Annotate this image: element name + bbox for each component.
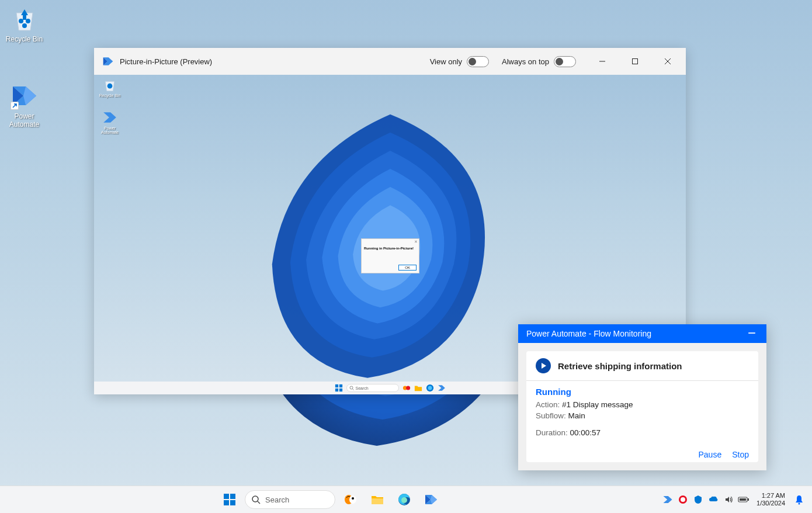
power-automate-logo-icon — [102, 56, 114, 67]
inner-search-label: Search — [356, 386, 369, 390]
stop-button[interactable]: Stop — [732, 450, 749, 459]
taskbar-app-1[interactable] — [339, 488, 362, 511]
view-only-toggle[interactable] — [467, 56, 489, 67]
inner-search-box[interactable]: Search — [346, 384, 399, 392]
svg-rect-8 — [335, 384, 338, 387]
taskbar-edge[interactable] — [393, 488, 416, 511]
play-icon — [536, 358, 551, 373]
maximize-button[interactable] — [622, 48, 648, 75]
action-value: #1 Display message — [562, 400, 633, 409]
svg-point-23 — [252, 496, 258, 502]
svg-rect-19 — [224, 494, 229, 499]
svg-point-1 — [26, 19, 30, 23]
action-label: Action: — [536, 400, 560, 409]
inner-tb-explorer[interactable] — [414, 384, 422, 392]
pip-title: Picture-in-Picture (Preview) — [120, 57, 212, 66]
inner-dialog-close-icon[interactable]: ✕ — [414, 240, 418, 244]
taskbar-search-box[interactable]: Search — [245, 490, 335, 509]
svg-point-7 — [107, 84, 113, 89]
power-automate-icon — [11, 82, 39, 110]
svg-point-17 — [428, 386, 432, 390]
inner-start-icon[interactable] — [335, 384, 343, 392]
inner-dialog-message: Running in Picture-in-Picture! — [362, 245, 419, 252]
start-button[interactable] — [218, 488, 241, 511]
minimize-button[interactable] — [589, 48, 616, 75]
svg-rect-20 — [230, 494, 235, 499]
inner-icon-label: Recycle Bin — [96, 93, 123, 98]
tray-power-automate-icon[interactable] — [661, 488, 675, 511]
svg-rect-34 — [748, 498, 749, 501]
close-button[interactable] — [654, 48, 681, 75]
tray-security-icon[interactable] — [676, 488, 690, 511]
inner-tb-edge[interactable] — [426, 384, 434, 392]
desktop-icon-power-automate[interactable]: Power Automate — [2, 82, 46, 129]
taskbar-date: 1/30/2024 — [757, 500, 785, 507]
svg-rect-22 — [230, 500, 235, 505]
inner-tb-power-automate[interactable] — [438, 384, 446, 392]
svg-rect-21 — [224, 500, 229, 505]
recycle-bin-icon — [11, 5, 39, 33]
duration-label: Duration: — [536, 428, 568, 437]
svg-rect-28 — [372, 498, 383, 504]
tray-volume-icon[interactable] — [721, 488, 735, 511]
svg-point-0 — [19, 19, 23, 23]
taskbar-power-automate[interactable] — [419, 488, 443, 511]
svg-rect-4 — [633, 59, 638, 64]
svg-point-2 — [22, 23, 27, 28]
svg-point-27 — [352, 497, 354, 500]
tray-defender-icon[interactable] — [691, 488, 705, 511]
taskbar-explorer[interactable] — [366, 488, 389, 511]
taskbar: Search 1:27 AM 1/30/2024 — [0, 486, 812, 513]
svg-point-15 — [406, 386, 410, 390]
svg-rect-10 — [335, 389, 338, 391]
power-automate-icon — [102, 110, 117, 125]
svg-line-24 — [258, 501, 260, 504]
view-only-label: View only — [430, 57, 462, 66]
inner-icon-label: Power Automate — [96, 126, 123, 134]
flow-monitor-titlebar[interactable]: Power Automate - Flow Monitoring — [518, 324, 766, 343]
svg-point-36 — [799, 503, 800, 505]
flow-status: Running — [536, 387, 749, 397]
inner-tb-app-1[interactable] — [402, 384, 411, 392]
inner-desktop-icon-power-automate[interactable]: Power Automate — [96, 110, 123, 134]
tray-onedrive-icon[interactable] — [706, 488, 720, 511]
svg-rect-9 — [339, 384, 342, 387]
desktop-icon-recycle-bin[interactable]: Recycle Bin — [2, 5, 46, 43]
svg-rect-35 — [740, 498, 746, 501]
subflow-label: Subflow: — [536, 411, 566, 420]
inner-dialog-ok-button[interactable]: OK — [398, 265, 417, 271]
svg-point-12 — [350, 386, 353, 389]
search-icon — [251, 495, 261, 504]
taskbar-clock[interactable]: 1:27 AM 1/30/2024 — [752, 492, 790, 507]
svg-point-32 — [681, 497, 685, 502]
pip-titlebar[interactable]: Picture-in-Picture (Preview) View only A… — [94, 48, 686, 75]
inner-dialog: ✕ Running in Picture-in-Picture! OK — [361, 238, 419, 273]
inner-desktop-icon-recycle-bin[interactable]: Recycle Bin — [96, 77, 123, 98]
subflow-value: Main — [568, 411, 585, 420]
duration-value: 00:00:57 — [570, 428, 601, 437]
shortcut-arrow-icon — [11, 102, 19, 110]
always-on-top-label: Always on top — [502, 57, 549, 66]
flow-card: Retrieve shipping information Running Ac… — [526, 351, 758, 462]
taskbar-time: 1:27 AM — [757, 492, 785, 500]
flow-name: Retrieve shipping information — [558, 361, 682, 371]
search-placeholder: Search — [265, 495, 289, 504]
svg-point-30 — [401, 497, 407, 503]
notification-button[interactable] — [791, 488, 807, 511]
svg-line-13 — [352, 389, 353, 390]
always-on-top-toggle[interactable] — [554, 56, 576, 67]
flow-monitor-minimize-button[interactable] — [745, 327, 758, 341]
desktop-icon-label: Power Automate — [2, 112, 46, 129]
tray-battery-icon[interactable] — [737, 488, 751, 511]
recycle-bin-icon — [102, 77, 117, 92]
svg-rect-11 — [339, 389, 342, 391]
flow-monitor-panel: Power Automate - Flow Monitoring Retriev… — [518, 324, 766, 470]
pause-button[interactable]: Pause — [698, 450, 721, 459]
inner-dialog-titlebar[interactable]: ✕ — [362, 239, 419, 245]
flow-monitor-title: Power Automate - Flow Monitoring — [526, 329, 651, 338]
desktop-icon-label: Recycle Bin — [2, 35, 46, 43]
